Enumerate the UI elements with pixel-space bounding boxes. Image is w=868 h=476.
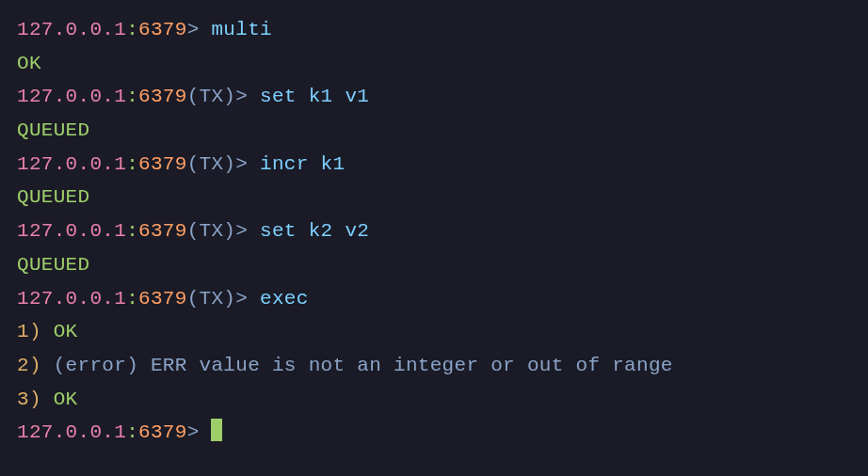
result-value-3: OK bbox=[54, 389, 78, 410]
prompt-colon: : bbox=[126, 288, 138, 309]
terminal-line-13[interactable]: 127.0.0.1:6379> bbox=[17, 416, 851, 450]
command-set-k1: set k1 v1 bbox=[260, 86, 369, 107]
command-exec: exec bbox=[260, 288, 309, 309]
terminal-line-1: 127.0.0.1:6379> multi bbox=[17, 13, 851, 47]
prompt-colon: : bbox=[126, 220, 138, 242]
terminal-line-7: 127.0.0.1:6379(TX)> set k2 v2 bbox=[17, 214, 851, 248]
prompt-gt: > bbox=[235, 153, 248, 175]
terminal-line-8: QUEUED bbox=[17, 248, 851, 282]
terminal-line-9: 127.0.0.1:6379(TX)> exec bbox=[17, 282, 851, 316]
prompt-port: 6379 bbox=[138, 153, 187, 175]
prompt-host: 127.0.0.1 bbox=[17, 220, 126, 242]
prompt-gt: > bbox=[235, 86, 248, 107]
prompt-colon: : bbox=[126, 86, 138, 107]
prompt-port: 6379 bbox=[138, 86, 187, 107]
terminal-line-10: 1) OK bbox=[17, 315, 851, 349]
prompt-host: 127.0.0.1 bbox=[17, 288, 126, 309]
prompt-port: 6379 bbox=[138, 19, 187, 40]
terminal-line-4: QUEUED bbox=[17, 114, 851, 148]
prompt-port: 6379 bbox=[138, 220, 187, 242]
response-queued: QUEUED bbox=[17, 119, 89, 141]
prompt-gt: > bbox=[187, 421, 200, 443]
command-incr-k1: incr k1 bbox=[260, 153, 345, 175]
prompt-tx: (TX) bbox=[187, 86, 236, 107]
prompt-tx: (TX) bbox=[187, 153, 236, 175]
response-ok: OK bbox=[17, 53, 41, 74]
prompt-host: 127.0.0.1 bbox=[17, 421, 126, 443]
prompt-port: 6379 bbox=[138, 421, 187, 443]
prompt-port: 6379 bbox=[138, 288, 187, 309]
prompt-gt: > bbox=[235, 220, 248, 242]
prompt-host: 127.0.0.1 bbox=[17, 19, 126, 40]
result-index-2: 2) bbox=[17, 355, 41, 376]
terminal-line-2: OK bbox=[17, 47, 851, 81]
prompt-tx: (TX) bbox=[187, 288, 236, 309]
terminal-line-12: 3) OK bbox=[17, 383, 851, 417]
prompt-gt: > bbox=[235, 288, 248, 309]
terminal-line-6: QUEUED bbox=[17, 181, 851, 214]
prompt-host: 127.0.0.1 bbox=[17, 86, 126, 107]
command-multi: multi bbox=[211, 19, 272, 40]
prompt-colon: : bbox=[126, 19, 138, 40]
prompt-gt: > bbox=[187, 19, 200, 40]
terminal-line-11: 2) (error) ERR value is not an integer o… bbox=[17, 349, 851, 383]
result-value-1: OK bbox=[54, 321, 78, 342]
terminal-line-5: 127.0.0.1:6379(TX)> incr k1 bbox=[17, 148, 851, 182]
prompt-host: 127.0.0.1 bbox=[17, 153, 126, 175]
prompt-colon: : bbox=[126, 421, 138, 443]
result-index-3: 3) bbox=[17, 389, 41, 410]
command-set-k2: set k2 v2 bbox=[260, 220, 369, 242]
result-value-2-error: (error) ERR value is not an integer or o… bbox=[54, 355, 673, 376]
prompt-tx: (TX) bbox=[187, 220, 236, 242]
terminal-line-3: 127.0.0.1:6379(TX)> set k1 v1 bbox=[17, 80, 851, 114]
response-queued: QUEUED bbox=[17, 186, 89, 208]
response-queued: QUEUED bbox=[17, 254, 89, 276]
result-index-1: 1) bbox=[17, 321, 41, 342]
prompt-colon: : bbox=[126, 153, 138, 175]
cursor-block-icon[interactable] bbox=[211, 419, 222, 441]
